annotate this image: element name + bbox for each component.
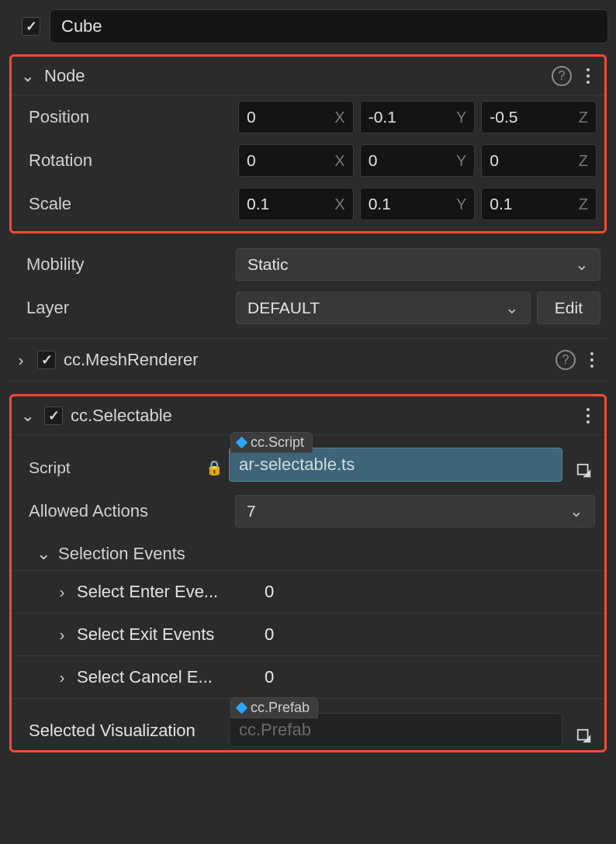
event-label: Select Enter Eve... (77, 582, 249, 602)
rotation-row: Rotation 0X 0Y 0Z (12, 139, 604, 182)
event-count: 0 (255, 582, 595, 602)
script-row: Script 🔒 cc.Script ar-selectable.ts (12, 435, 604, 489)
allowed-actions-row: Allowed Actions 7⌄ (12, 489, 604, 533)
layer-select[interactable]: DEFAULT⌄ (236, 292, 531, 324)
mesh-renderer-toggle[interactable] (37, 351, 56, 369)
chevron-down-icon: ⌄ (35, 544, 52, 564)
kebab-menu-icon[interactable] (580, 66, 597, 86)
mobility-row: Mobility Static⌄ (8, 243, 608, 286)
mesh-renderer-title: cc.MeshRenderer (64, 350, 548, 370)
enable-toggle[interactable] (22, 17, 40, 36)
kebab-menu-icon[interactable] (583, 350, 600, 370)
rotation-z-input[interactable]: 0Z (481, 144, 597, 177)
select-exit-events-row[interactable]: › Select Exit Events 0 (12, 614, 604, 656)
node-highlight: ⌄ Node ? Position 0X -0.1Y -0.5Z Rotatio… (9, 54, 607, 233)
selection-events-title: Selection Events (58, 544, 185, 564)
rotation-x-input[interactable]: 0X (238, 144, 354, 177)
selected-visualization-label: Selected Visualization (29, 721, 223, 747)
mobility-select[interactable]: Static⌄ (236, 248, 600, 281)
chevron-down-icon: ⌄ (569, 502, 583, 521)
lock-icon: 🔒 (206, 459, 223, 476)
chevron-right-icon: › (54, 583, 71, 601)
kebab-menu-icon[interactable] (580, 406, 597, 426)
selectable-header[interactable]: ⌄ cc.Selectable (12, 396, 604, 435)
edit-layer-button[interactable]: Edit (537, 292, 600, 324)
position-label: Position (29, 107, 232, 127)
scale-row: Scale 0.1X 0.1Y 0.1Z (12, 182, 604, 231)
position-row: Position 0X -0.1Y -0.5Z (12, 95, 604, 139)
help-icon[interactable]: ? (552, 66, 572, 86)
event-label: Select Exit Events (77, 624, 249, 645)
diamond-icon (236, 437, 248, 449)
rotation-y-input[interactable]: 0Y (360, 144, 476, 177)
object-name-input[interactable] (50, 9, 608, 43)
scale-x-input[interactable]: 0.1X (238, 188, 354, 220)
event-count: 0 (255, 624, 595, 645)
selectable-highlight: ⌄ cc.Selectable Script 🔒 cc.Script ar-se… (9, 394, 607, 752)
chevron-right-icon: › (54, 625, 71, 644)
select-enter-events-row[interactable]: › Select Enter Eve... 0 (12, 571, 604, 614)
scale-y-input[interactable]: 0.1Y (360, 188, 476, 220)
allowed-actions-select[interactable]: 7⌄ (235, 495, 595, 528)
chevron-down-icon: ⌄ (19, 67, 36, 85)
scale-z-input[interactable]: 0.1Z (481, 188, 597, 220)
svg-rect-0 (578, 465, 588, 475)
help-icon[interactable]: ? (555, 350, 576, 370)
open-reference-icon[interactable] (573, 725, 595, 747)
selection-events-header[interactable]: ⌄ Selection Events (12, 533, 604, 571)
selected-visualization-row: Selected Visualization cc.Prefab cc.Pref… (12, 699, 604, 750)
position-z-input[interactable]: -0.5Z (481, 101, 597, 133)
select-cancel-events-row[interactable]: › Select Cancel E... 0 (12, 656, 604, 699)
script-type-tag: cc.Script (230, 432, 313, 453)
layer-label: Layer (26, 298, 230, 318)
svg-rect-1 (578, 730, 588, 740)
selectable-title: cc.Selectable (71, 406, 572, 426)
prefab-type-tag: cc.Prefab (230, 697, 318, 718)
chevron-down-icon: ⌄ (575, 255, 589, 274)
mesh-renderer-header[interactable]: › cc.MeshRenderer ? (8, 338, 608, 382)
scale-label: Scale (29, 194, 232, 214)
node-title: Node (44, 66, 544, 86)
rotation-label: Rotation (29, 150, 232, 171)
mobility-label: Mobility (26, 254, 230, 275)
node-header[interactable]: ⌄ Node ? (12, 57, 604, 95)
chevron-right-icon: › (54, 668, 71, 687)
event-count: 0 (255, 667, 595, 687)
event-label: Select Cancel E... (77, 667, 249, 687)
open-reference-icon[interactable] (573, 460, 595, 482)
chevron-right-icon: › (12, 351, 29, 369)
layer-row: Layer DEFAULT⌄ Edit (8, 286, 608, 338)
chevron-down-icon: ⌄ (19, 406, 36, 425)
chevron-down-icon: ⌄ (505, 299, 519, 317)
allowed-actions-label: Allowed Actions (29, 501, 229, 521)
selectable-toggle[interactable] (44, 406, 63, 425)
script-label: Script (29, 458, 71, 477)
diamond-icon (236, 702, 248, 714)
position-x-input[interactable]: 0X (238, 101, 354, 133)
position-y-input[interactable]: -0.1Y (360, 101, 476, 133)
